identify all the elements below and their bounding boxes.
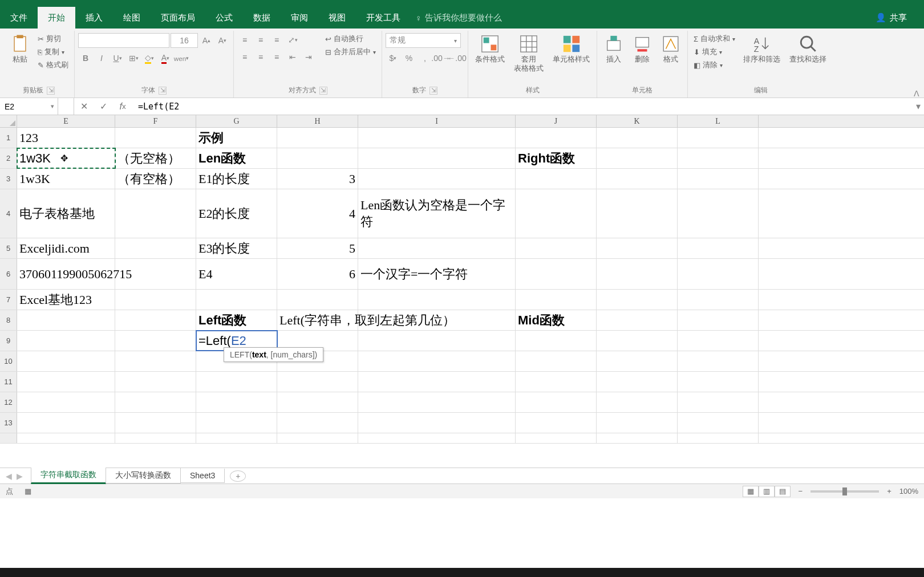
cell-J2[interactable]: Right函数 [516, 148, 597, 168]
format-cells-button[interactable]: 格式 [658, 33, 684, 65]
sheet-tab-1[interactable]: 字符串截取函数 [31, 468, 106, 484]
phonetic-button[interactable]: wen▾ [174, 51, 189, 65]
cell-K6[interactable] [597, 259, 678, 289]
cell-H12[interactable] [277, 392, 358, 412]
autosum-button[interactable]: Σ自动求和▾ [691, 33, 737, 44]
col-header-L[interactable]: L [678, 115, 759, 127]
increase-decimal-button[interactable]: .00→ [433, 51, 448, 65]
enter-formula-button[interactable]: ✓ [94, 98, 113, 115]
cell-L9[interactable] [678, 331, 759, 351]
cell-G3[interactable]: E1的长度 [196, 169, 277, 189]
decrease-indent-button[interactable]: ⇤ [285, 50, 300, 64]
cell-I5[interactable] [358, 238, 516, 258]
font-size-input[interactable] [171, 33, 198, 48]
cell-I7[interactable] [358, 290, 516, 310]
row-header-8[interactable]: 8 [0, 310, 17, 330]
cell-F4[interactable] [115, 189, 196, 238]
accounting-format-button[interactable]: $▾ [386, 51, 400, 65]
clipboard-launcher[interactable]: ⇲ [47, 87, 55, 95]
select-all-corner[interactable] [0, 115, 17, 127]
cell-J4[interactable] [516, 189, 597, 238]
row-header-7[interactable]: 7 [0, 290, 17, 310]
cell-G14[interactable] [196, 433, 277, 443]
row-header-2[interactable]: 2 [0, 148, 17, 168]
font-launcher[interactable]: ⇲ [159, 87, 167, 95]
cell-H8[interactable]: Left(字符串，取到左起第几位） [277, 310, 358, 330]
col-header-E[interactable]: E [17, 115, 115, 127]
tell-me-search[interactable]: ♀ 告诉我你想要做什么 [415, 13, 502, 23]
cell-L3[interactable] [678, 169, 759, 189]
comma-format-button[interactable]: , [418, 51, 432, 65]
cell-F1[interactable] [115, 128, 196, 148]
tab-developer[interactable]: 开发工具 [356, 7, 411, 29]
number-format-dropdown[interactable]: 常规▾ [386, 33, 461, 48]
cell-I3[interactable] [358, 169, 516, 189]
cell-F2[interactable]: （无空格） [115, 148, 196, 168]
number-launcher[interactable]: ⇲ [429, 87, 437, 95]
cell-F8[interactable] [115, 310, 196, 330]
cell-K1[interactable] [597, 128, 678, 148]
cell-I13[interactable] [358, 413, 516, 433]
align-right-button[interactable]: ≡ [269, 50, 284, 64]
tab-insert[interactable]: 插入 [75, 7, 113, 29]
cell-L8[interactable] [678, 310, 759, 330]
cell-J7[interactable] [516, 290, 597, 310]
cell-J10[interactable] [516, 351, 597, 371]
row-header-4[interactable]: 4 [0, 189, 17, 238]
cell-I6[interactable]: 一个汉字=一个字符 [358, 259, 516, 289]
cell-F6[interactable] [115, 259, 196, 289]
font-color-button[interactable]: A▾ [158, 51, 173, 65]
cell-I9[interactable] [358, 331, 516, 351]
cell-H4[interactable]: 4 [277, 189, 358, 238]
sheet-nav-next[interactable]: ▶ [17, 472, 23, 481]
cell-L4[interactable] [678, 189, 759, 238]
col-header-G[interactable]: G [196, 115, 277, 127]
expand-formula-bar-button[interactable]: ▾ [913, 98, 924, 115]
sheet-nav-prev[interactable]: ◀ [6, 472, 12, 481]
cell-K7[interactable] [597, 290, 678, 310]
add-sheet-button[interactable]: + [230, 470, 246, 482]
cell-E1[interactable]: 123 [17, 128, 115, 148]
fill-button[interactable]: ⬇填充▾ [691, 46, 737, 58]
row-header-11[interactable]: 11 [0, 372, 17, 392]
align-top-button[interactable]: ≡ [237, 33, 252, 47]
bold-button[interactable]: B [78, 51, 93, 65]
format-painter-button[interactable]: ✎格式刷 [35, 59, 71, 71]
col-header-I[interactable]: I [358, 115, 516, 127]
cell-K12[interactable] [597, 392, 678, 412]
cell-K10[interactable] [597, 351, 678, 371]
name-box[interactable]: E2 [0, 98, 58, 115]
cell-G12[interactable] [196, 392, 277, 412]
cancel-formula-button[interactable]: ✕ [74, 98, 94, 115]
sheet-tab-3[interactable]: Sheet3 [180, 469, 225, 483]
percent-format-button[interactable]: % [402, 51, 416, 65]
cell-E10[interactable] [17, 351, 115, 371]
tab-draw[interactable]: 绘图 [113, 7, 151, 29]
cell-I12[interactable] [358, 392, 516, 412]
clear-button[interactable]: ◧清除▾ [691, 59, 737, 71]
tab-view[interactable]: 视图 [318, 7, 356, 29]
alignment-launcher[interactable]: ⇲ [319, 87, 327, 95]
zoom-slider[interactable] [810, 490, 879, 493]
cell-E13[interactable] [17, 413, 115, 433]
decrease-decimal-button[interactable]: ←.00 [449, 51, 464, 65]
cell-J14[interactable] [516, 433, 597, 443]
zoom-out-button[interactable]: − [799, 487, 803, 495]
cell-L5[interactable] [678, 238, 759, 258]
cell-G4[interactable]: E2的长度 [196, 189, 277, 238]
cell-L10[interactable] [678, 351, 759, 371]
paste-button[interactable]: 粘贴 [7, 33, 33, 65]
cell-F7[interactable] [115, 290, 196, 310]
cell-H14[interactable] [277, 433, 358, 443]
row-header-6[interactable]: 6 [0, 259, 17, 289]
cell-E4[interactable]: 电子表格基地 [17, 189, 115, 238]
cell-K14[interactable] [597, 433, 678, 443]
col-header-F[interactable]: F [115, 115, 196, 127]
cell-J9[interactable] [516, 331, 597, 351]
cell-E3[interactable]: 1w3K [17, 169, 115, 189]
increase-indent-button[interactable]: ⇥ [301, 50, 316, 64]
cell-H1[interactable] [277, 128, 358, 148]
cell-F12[interactable] [115, 392, 196, 412]
row-header-10[interactable]: 10 [0, 351, 17, 371]
row-header-14[interactable] [0, 433, 17, 443]
